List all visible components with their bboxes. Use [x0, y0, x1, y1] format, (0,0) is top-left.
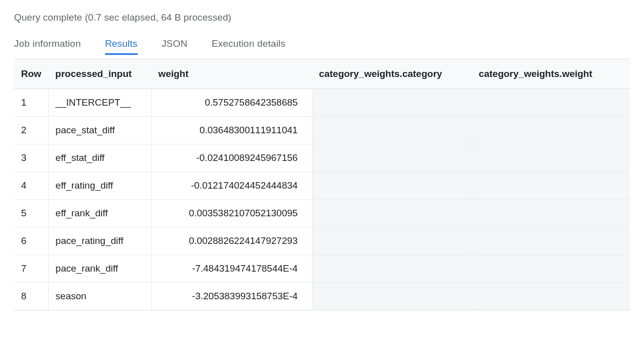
header-processed-input: processed_input [48, 59, 151, 89]
cell-row: 4 [14, 172, 48, 200]
results-table: Row processed_input weight category_weig… [14, 59, 630, 310]
cell-category-weights-category [312, 255, 472, 283]
cell-processed-input: pace_rank_diff [48, 255, 151, 283]
cell-row: 3 [14, 144, 48, 172]
cell-category-weights-weight [472, 172, 630, 200]
tab-job-information[interactable]: Job information [14, 34, 81, 55]
cell-category-weights-category [312, 172, 472, 200]
cell-weight: 0.0028826224147927293 [151, 227, 312, 255]
table-row: 1 __INTERCEPT__ 0.5752758642358685 [14, 89, 630, 117]
tab-json[interactable]: JSON [162, 34, 187, 55]
table-row: 3 eff_stat_diff -0.02410089245967156 [14, 144, 630, 172]
cell-category-weights-category [312, 89, 472, 117]
cell-row: 6 [14, 227, 48, 255]
table-row: 6 pace_rating_diff 0.0028826224147927293 [14, 227, 630, 255]
cell-weight: 0.03648300111911041 [151, 117, 312, 144]
table-row: 8 season -3.205383993158753E-4 [14, 283, 630, 310]
cell-processed-input: pace_stat_diff [48, 117, 151, 144]
cell-weight: -0.02410089245967156 [151, 144, 312, 172]
header-row: Row [14, 59, 48, 89]
cell-category-weights-weight [472, 144, 630, 172]
cell-processed-input: eff_rating_diff [48, 172, 151, 200]
table-row: 7 pace_rank_diff -7.484319474178544E-4 [14, 255, 630, 283]
table-row: 5 eff_rank_diff 0.0035382107052130095 [14, 200, 630, 227]
table-row: 4 eff_rating_diff -0.012174024452444834 [14, 172, 630, 200]
cell-category-weights-weight [472, 227, 630, 255]
cell-category-weights-weight [472, 255, 630, 283]
cell-processed-input: season [48, 283, 151, 310]
table-row: 2 pace_stat_diff 0.03648300111911041 [14, 117, 630, 144]
cell-category-weights-category [312, 144, 472, 172]
header-weight: weight [151, 59, 312, 89]
cell-weight: 0.0035382107052130095 [151, 200, 312, 227]
tab-execution-details[interactable]: Execution details [211, 34, 285, 55]
cell-processed-input: pace_rating_diff [48, 227, 151, 255]
cell-category-weights-weight [472, 117, 630, 144]
tab-results[interactable]: Results [105, 34, 138, 55]
cell-processed-input: eff_rank_diff [48, 200, 151, 227]
results-table-wrapper: Row processed_input weight category_weig… [14, 59, 630, 310]
cell-category-weights-category [312, 200, 472, 227]
cell-row: 8 [14, 283, 48, 310]
cell-category-weights-weight [472, 200, 630, 227]
cell-row: 5 [14, 200, 48, 227]
cell-processed-input: __INTERCEPT__ [48, 89, 151, 117]
query-status: Query complete (0.7 sec elapsed, 64 B pr… [14, 12, 630, 23]
cell-category-weights-category [312, 117, 472, 144]
cell-weight: -7.484319474178544E-4 [151, 255, 312, 283]
table-header-row: Row processed_input weight category_weig… [14, 59, 630, 89]
cell-category-weights-weight [472, 89, 630, 117]
cell-row: 7 [14, 255, 48, 283]
cell-row: 2 [14, 117, 48, 144]
cell-category-weights-category [312, 283, 472, 310]
cell-weight: -0.012174024452444834 [151, 172, 312, 200]
header-category-weights-category: category_weights.category [312, 59, 472, 89]
cell-category-weights-weight [472, 283, 630, 310]
header-category-weights-weight: category_weights.weight [472, 59, 630, 89]
cell-weight: -3.205383993158753E-4 [151, 283, 312, 310]
cell-row: 1 [14, 89, 48, 117]
results-tabs: Job information Results JSON Execution d… [14, 34, 630, 55]
cell-weight: 0.5752758642358685 [151, 89, 312, 117]
cell-processed-input: eff_stat_diff [48, 144, 151, 172]
cell-category-weights-category [312, 227, 472, 255]
